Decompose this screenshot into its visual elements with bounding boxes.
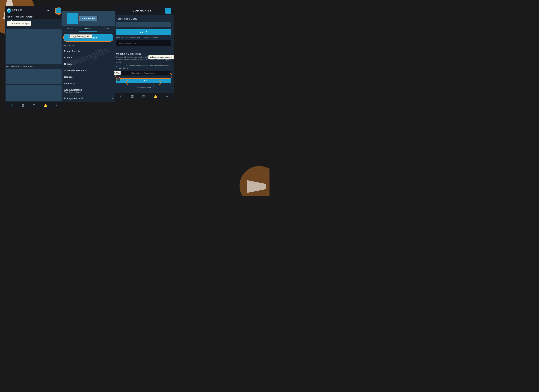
bottom-nav-bell-icon[interactable]: 🔔 bbox=[44, 104, 48, 108]
check-annotation-icon: ✔ bbox=[117, 78, 120, 81]
content-friends[interactable]: Friends bbox=[62, 54, 115, 61]
community-dots-icon[interactable]: ⋮ bbox=[116, 9, 119, 12]
steam-logo: STEAM bbox=[7, 8, 22, 13]
tab-friends[interactable]: Friends bbox=[79, 26, 97, 32]
store-banner-image bbox=[6, 29, 62, 64]
user-avatar[interactable] bbox=[55, 8, 61, 14]
my-content-label: MY CONTENT bbox=[62, 43, 115, 47]
account-details-arrow-icon: › bbox=[112, 90, 113, 92]
change-account-arrow-icon: › bbox=[112, 97, 113, 99]
copy-invite-link-button[interactable]: COPY bbox=[116, 78, 171, 83]
community-header: ⋮ COMMUNITY bbox=[114, 6, 173, 15]
bottom-nav-tag-icon[interactable]: 🏷 bbox=[10, 104, 14, 108]
friend-code-description: Enter your friend's Friend Code to invit… bbox=[116, 36, 171, 39]
tooltip-1: 1) Жмем на аватарку bbox=[7, 21, 31, 26]
account-details-label: Account Details bbox=[64, 89, 82, 91]
generate-new-link-button[interactable]: Generate new link bbox=[133, 85, 155, 90]
tooltip-3: 3) Создаем новую ссылку bbox=[114, 71, 121, 75]
content-badges[interactable]: Badges bbox=[62, 74, 115, 80]
content-inventory[interactable]: Inventory bbox=[62, 80, 115, 87]
account-details-sub: Store, Security, Family bbox=[64, 91, 82, 93]
store-bottom-nav: 🏷 ☰ 🛡 🔔 ≡ bbox=[5, 102, 63, 109]
search-icon[interactable]: ● bbox=[47, 9, 49, 12]
featured-item-2[interactable] bbox=[34, 69, 62, 84]
featured-item-3[interactable] bbox=[6, 85, 34, 101]
comm-bottom-bell-icon[interactable]: 🔔 bbox=[154, 95, 158, 99]
content-account-details[interactable]: Account Details Store, Security, Family … bbox=[62, 87, 115, 95]
menu-chevron-icon: ▾ bbox=[12, 16, 13, 18]
quick-invite-title: Or send a Quick Invite bbox=[116, 52, 171, 55]
featured-label: FEATURED & RECOMMENDED bbox=[5, 64, 63, 68]
back-arrow-icon[interactable]: ‹ bbox=[63, 17, 65, 20]
change-account-label: Change Account bbox=[64, 97, 83, 99]
content-groups[interactable]: Groups bbox=[62, 61, 115, 67]
bottom-nav-list-icon[interactable]: ☰ bbox=[22, 104, 24, 108]
tooltip-2: 2) «Добавить друзей» bbox=[69, 34, 92, 38]
featured-item-4[interactable] bbox=[34, 85, 62, 101]
comm-bottom-tag-icon[interactable]: 🏷 bbox=[120, 95, 123, 99]
friend-code-input[interactable] bbox=[116, 40, 171, 46]
quick-invite-note: ✔ NOTE: Each link can only be used once … bbox=[116, 65, 171, 70]
tab-games[interactable]: Games bbox=[62, 26, 79, 32]
bottom-nav-menu-icon[interactable]: ≡ bbox=[56, 104, 58, 108]
check-icon: ✔ bbox=[116, 65, 118, 68]
nav-menu[interactable]: MENU ▾ bbox=[7, 16, 13, 18]
nav-wallet[interactable]: WALLET bbox=[26, 16, 34, 18]
tab-wallet[interactable]: Wallet bbox=[97, 26, 115, 32]
profile-tabs: Games Friends Wallet bbox=[62, 26, 115, 32]
steam-icon bbox=[7, 8, 11, 13]
friend-code-title: Your Friend Code bbox=[116, 17, 171, 20]
community-title: COMMUNITY bbox=[120, 9, 164, 12]
steam-icon-inner bbox=[7, 9, 10, 12]
bottom-nav-shield-icon[interactable]: 🛡 bbox=[33, 104, 36, 108]
content-friend-activity[interactable]: Friend Activity bbox=[62, 48, 115, 54]
profile-avatar bbox=[67, 13, 78, 24]
tooltip-4: 4) Копируем новую ссылку bbox=[148, 55, 173, 59]
dots-icon[interactable]: ⋮ bbox=[51, 9, 53, 12]
comm-bottom-menu-icon[interactable]: ≡ bbox=[166, 95, 168, 99]
copy-friend-code-button[interactable]: COPY bbox=[116, 29, 171, 35]
content-list: Friend Activity Friends Groups Screensho… bbox=[62, 47, 115, 102]
section-divider bbox=[114, 50, 173, 50]
view-profile-button[interactable]: View Profile bbox=[79, 16, 97, 21]
store-nav: MENU ▾ WISHLIST WALLET bbox=[5, 15, 63, 19]
steam-store-screen: STEAM ● ⋮ MENU ▾ WISHLIST WALLET 1) Жмем… bbox=[5, 6, 63, 109]
invite-link-display: https://s.team/p/ваша/ссылка bbox=[116, 71, 171, 76]
community-screen: ⋮ COMMUNITY Your Friend Code COPY Enter … bbox=[114, 6, 173, 100]
profile-screen: steamgifts. ‹ View Profile Games Friends… bbox=[62, 11, 115, 102]
friend-code-section: Your Friend Code COPY Enter your friend'… bbox=[114, 15, 173, 48]
screens-container: STEAM ● ⋮ MENU ▾ WISHLIST WALLET 1) Жмем… bbox=[0, 0, 270, 196]
check-annotation: ✔ bbox=[116, 77, 120, 81]
comm-bottom-list-icon[interactable]: ☰ bbox=[131, 95, 134, 99]
featured-grid bbox=[6, 69, 62, 101]
comm-bottom-shield-icon[interactable]: 🛡 bbox=[142, 95, 145, 99]
profile-top: ‹ View Profile bbox=[62, 11, 115, 26]
friend-code-display bbox=[116, 22, 171, 28]
steam-logo-text: STEAM bbox=[12, 9, 22, 12]
content-change-account[interactable]: Change Account › bbox=[62, 95, 115, 101]
store-header: STEAM ● ⋮ bbox=[5, 6, 63, 15]
featured-item-1[interactable] bbox=[6, 69, 34, 84]
community-bottom-nav: 🏷 ☰ 🛡 🔔 ≡ bbox=[114, 93, 173, 100]
community-avatar bbox=[165, 8, 171, 14]
store-header-icons: ● ⋮ bbox=[47, 8, 61, 14]
content-screenshots[interactable]: Screenshots/Videos bbox=[62, 67, 115, 74]
nav-wishlist[interactable]: WISHLIST bbox=[15, 16, 24, 18]
